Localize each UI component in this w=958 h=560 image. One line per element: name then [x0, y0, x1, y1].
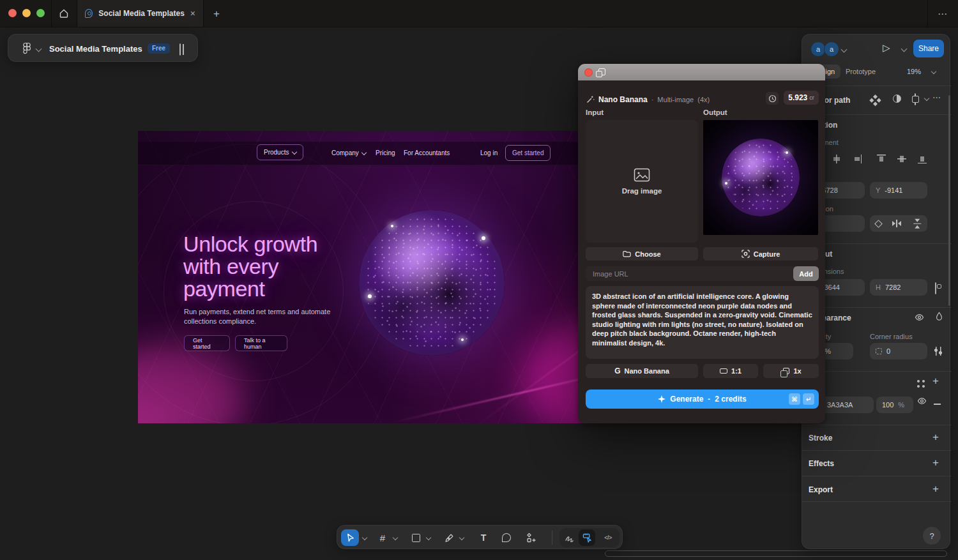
present-button[interactable]: ▷: [883, 43, 890, 52]
traffic-zoom-button[interactable]: [36, 9, 45, 17]
choose-image-button[interactable]: Choose: [586, 247, 698, 261]
constrain-proportions-icon[interactable]: [935, 282, 936, 294]
generate-button[interactable]: Generate - 2 credits ⌘ ↵: [586, 390, 819, 409]
image-count-button[interactable]: 1x: [763, 364, 819, 378]
frame-tool-button[interactable]: #: [376, 531, 390, 545]
choose-label: Choose: [635, 250, 660, 258]
traffic-close-button[interactable]: [8, 9, 17, 17]
horizontal-scrollbar[interactable]: [605, 550, 947, 557]
stroke-section-title: Stroke: [809, 434, 832, 443]
move-tool-button[interactable]: [341, 529, 359, 546]
capture-button[interactable]: Capture: [703, 247, 818, 261]
move-tool-chevron-icon[interactable]: [362, 535, 367, 540]
dev-mode-code-button[interactable]: </>: [599, 529, 617, 546]
inspect-tool-button[interactable]: [579, 529, 595, 546]
tab-close-icon[interactable]: ×: [190, 9, 195, 18]
aspect-ratio-button[interactable]: 1:1: [703, 364, 758, 378]
align-top-button[interactable]: [872, 151, 890, 167]
copy-actions-chevron-icon[interactable]: [924, 96, 929, 101]
flip-horizontal-icon[interactable]: [892, 220, 902, 227]
document-title[interactable]: Social Media Templates: [49, 44, 142, 54]
file-tab[interactable]: Social Media Templates ×: [77, 0, 203, 27]
actions-tool-button[interactable]: [524, 531, 539, 545]
help-button[interactable]: ?: [923, 527, 941, 545]
shape-tool-button[interactable]: [409, 531, 423, 545]
y-position-field[interactable]: Y -9141: [870, 182, 927, 199]
create-component-icon[interactable]: [873, 95, 878, 99]
comment-tool-button[interactable]: [499, 531, 513, 545]
present-options-chevron-icon[interactable]: [901, 46, 908, 52]
nav-pricing-link[interactable]: Pricing: [376, 149, 395, 156]
prompt-textarea[interactable]: 3D abstract icon of an artificial intell…: [586, 286, 819, 359]
hero-secondary-button[interactable]: Talk to a human: [235, 335, 287, 351]
nav-get-started-button[interactable]: Get started: [505, 145, 551, 161]
plugin-close-button[interactable]: [584, 68, 593, 77]
hero-subtext: Run payments, extend net terms and autom…: [184, 307, 330, 326]
nav-products-menu[interactable]: Products: [257, 144, 303, 160]
add-effect-button[interactable]: +: [929, 456, 943, 470]
add-url-button[interactable]: Add: [793, 266, 819, 281]
plugin-titlebar[interactable]: [578, 64, 825, 80]
fill-visibility-eye-icon[interactable]: [917, 397, 927, 408]
history-button[interactable]: [766, 92, 779, 105]
fill-opacity-field[interactable]: 100 %: [876, 397, 913, 413]
pen-tool-chevron-icon[interactable]: [459, 535, 464, 540]
align-h-center-button[interactable]: [828, 151, 846, 167]
remove-fill-icon[interactable]: [934, 404, 941, 405]
flip-vertical-icon[interactable]: [913, 219, 921, 229]
text-tool-button[interactable]: T: [476, 531, 490, 545]
align-right-button[interactable]: [848, 151, 866, 167]
shape-tool-chevron-icon[interactable]: [426, 535, 431, 540]
visibility-eye-icon[interactable]: [915, 313, 924, 324]
traffic-minimize-button[interactable]: [22, 9, 31, 17]
nav-login-link[interactable]: Log in: [480, 149, 498, 156]
hero-heading: Unlock growth with every payment: [183, 233, 317, 300]
generate-cost: 2 credits: [715, 395, 746, 404]
independent-corners-icon[interactable]: [934, 347, 942, 356]
frame-tool-chevron-icon[interactable]: [393, 535, 398, 540]
nav-accountants-link[interactable]: For Accountants: [404, 149, 450, 156]
add-fill-button[interactable]: +: [929, 374, 943, 388]
main-menu-chevron-icon[interactable]: [36, 46, 42, 52]
mask-icon[interactable]: [893, 95, 901, 103]
pen-tool-button[interactable]: [442, 531, 456, 545]
divider: [802, 476, 951, 476]
hero-primary-button[interactable]: Get started: [184, 335, 230, 351]
selection-overflow-menu[interactable]: ⋯: [932, 93, 941, 102]
image-drop-zone[interactable]: Drag image: [586, 120, 698, 243]
home-button[interactable]: [57, 8, 70, 19]
output-image[interactable]: [703, 120, 818, 235]
height-field[interactable]: H 7282: [870, 279, 927, 296]
corner-radius-field[interactable]: 0: [870, 343, 927, 359]
tab-prototype[interactable]: Prototype: [846, 68, 876, 75]
model-selector-button[interactable]: G Nano Banana: [586, 364, 698, 378]
plugin-mode[interactable]: Multi-image: [657, 96, 694, 103]
add-export-button[interactable]: +: [929, 482, 943, 496]
copy-actions-icon[interactable]: [915, 93, 916, 105]
window-overflow-menu[interactable]: ⋯: [934, 8, 951, 19]
toggle-sidebar-button[interactable]: [179, 43, 181, 56]
corner-radius-label: Corner radius: [870, 333, 913, 340]
rotate-icon[interactable]: [874, 220, 883, 228]
image-url-input[interactable]: [591, 269, 793, 278]
divider: [802, 501, 951, 502]
hero-primary-label: Get started: [193, 337, 221, 350]
blend-droplet-icon[interactable]: [935, 312, 943, 324]
share-button[interactable]: Share: [913, 40, 944, 57]
collaborators-chevron-icon[interactable]: [841, 47, 848, 53]
fill-styles-icon[interactable]: [917, 380, 920, 382]
zoom-chevron-icon[interactable]: [931, 69, 936, 74]
open-in-new-window-icon[interactable]: [598, 68, 605, 75]
zoom-level[interactable]: 19%: [907, 68, 921, 75]
clock-icon: [768, 95, 777, 103]
draw-tool-button[interactable]: [561, 529, 577, 546]
align-v-center-button[interactable]: [893, 151, 911, 167]
align-bottom-button[interactable]: [913, 151, 931, 167]
figma-logo-icon[interactable]: [22, 42, 31, 57]
new-tab-button[interactable]: +: [211, 8, 222, 19]
panel-scrollbar[interactable]: [948, 95, 950, 306]
folder-icon: [623, 250, 631, 257]
nav-company-menu[interactable]: Company: [331, 149, 366, 156]
add-stroke-button[interactable]: +: [929, 430, 943, 444]
avatar[interactable]: a: [824, 42, 839, 57]
